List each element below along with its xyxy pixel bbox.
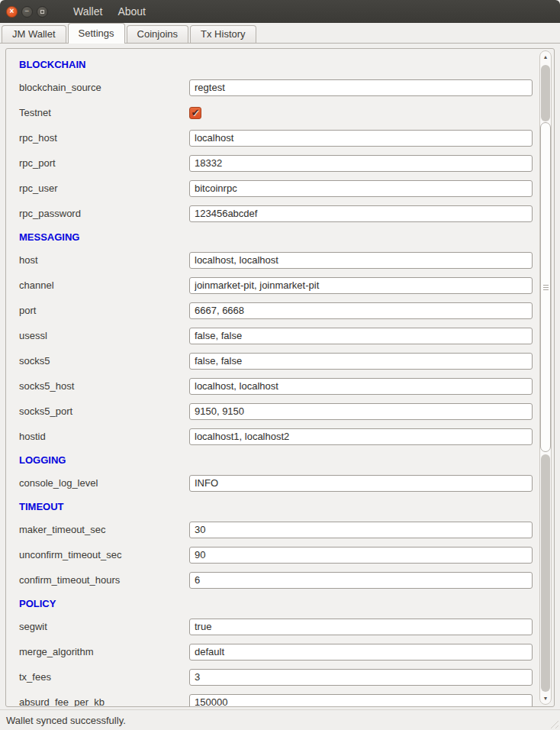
field-label: channel [19,279,189,291]
confirm-timeout-hours-input[interactable] [189,572,533,589]
field-label: socks5_host [19,380,189,392]
field-row-channel: channel [19,273,534,298]
tab-coinjoins[interactable]: Coinjoins [127,25,188,43]
port-input[interactable] [189,302,533,319]
maximize-button[interactable] [37,6,48,18]
field-row-rpc-port: rpc_port [19,150,534,176]
field-label: segwit [19,621,189,632]
titlebar: × − Wallet About [0,0,560,23]
field-row-host: host [19,247,534,273]
field-label: blockchain_source [19,82,189,93]
checkmark-icon: ✔ [191,107,200,118]
section-header-logging: LOGGING [19,454,534,468]
field-label: rpc_user [19,182,189,194]
field-label: usessl [19,330,189,341]
status-message: Wallet synced successfully. [6,715,126,726]
maker-timeout-sec-input[interactable] [189,522,533,538]
socks5-input[interactable] [189,353,533,370]
segwit-input[interactable] [189,619,533,635]
field-label: socks5_port [19,405,189,417]
minimize-icon: − [25,8,30,15]
field-row-rpc-password: rpc_password [19,201,534,226]
field-row-rpc-host: rpc_host [19,125,534,150]
maximize-icon [40,10,44,14]
scrollbar-grip-icon [543,285,549,286]
console-log-level-input[interactable] [189,475,533,492]
channel-input[interactable] [189,277,533,294]
field-row-socks5: socks5 [19,348,534,373]
field-row-maker-timeout-sec: maker_timeout_sec [19,517,534,542]
section-header-timeout: TIMEOUT [19,501,534,515]
tx-fees-input[interactable] [189,669,533,686]
section-header-blockchain: BLOCKCHAIN [19,59,534,73]
field-label: port [19,305,189,316]
settings-form: BLOCKCHAIN blockchain_source Testnet ✔ r… [6,49,534,707]
field-label: host [19,254,189,266]
field-row-hostid: hostid [19,424,534,449]
field-label: Testnet [19,107,189,118]
field-row-segwit: segwit [19,614,534,639]
scroll-up-arrow-icon[interactable]: ▴ [540,52,551,62]
field-label: console_log_level [19,477,189,489]
field-label: rpc_port [19,157,189,169]
field-label: unconfirm_timeout_sec [19,549,189,560]
field-row-tx-fees: tx_fees [19,664,534,690]
field-label: socks5 [19,355,189,367]
field-label: hostid [19,431,189,442]
field-row-usessl: usessl [19,323,534,348]
tab-tx-history[interactable]: Tx History [190,25,256,43]
tab-settings[interactable]: Settings [68,23,125,44]
hostid-input[interactable] [189,428,533,445]
field-row-merge-algorithm: merge_algorithm [19,639,534,664]
tab-jm-wallet[interactable]: JM Wallet [2,25,66,43]
field-row-port: port [19,298,534,323]
menubar: Wallet About [66,2,153,21]
rpc-host-input[interactable] [189,130,533,147]
close-button[interactable]: × [6,6,18,18]
rpc-port-input[interactable] [189,155,533,172]
field-row-socks5-port: socks5_port [19,399,534,424]
blockchain-source-input[interactable] [189,79,533,96]
field-label: rpc_password [19,208,189,219]
testnet-checkbox[interactable]: ✔ [189,107,201,119]
host-input[interactable] [189,252,533,269]
scroll-down-arrow-icon[interactable]: ▾ [540,693,551,703]
field-label: confirm_timeout_hours [19,574,189,586]
merge-algorithm-input[interactable] [189,644,533,661]
scrollbar-thumb[interactable] [540,122,551,452]
socks5-host-input[interactable] [189,378,533,395]
close-icon: × [10,8,14,15]
field-label: tx_fees [19,671,189,683]
scrollbar-groove-bottom[interactable] [541,454,550,692]
rpc-user-input[interactable] [189,180,533,197]
menu-about[interactable]: About [110,2,153,21]
field-label: merge_algorithm [19,646,189,657]
absurd-fee-per-kb-input[interactable] [189,694,533,708]
field-label: maker_timeout_sec [19,524,189,535]
settings-scroll-area: BLOCKCHAIN blockchain_source Testnet ✔ r… [5,48,555,707]
socks5-port-input[interactable] [189,403,533,420]
field-row-absurd-fee-per-kb: absurd_fee_per_kb [19,690,534,707]
section-header-messaging: MESSAGING [19,231,534,245]
rpc-password-input[interactable] [189,205,533,222]
menu-wallet[interactable]: Wallet [66,2,110,21]
field-label: rpc_host [19,132,189,144]
vertical-scrollbar[interactable]: ▴ ▾ [539,50,552,705]
field-row-unconfirm-timeout-sec: unconfirm_timeout_sec [19,542,534,567]
field-row-console-log-level: console_log_level [19,470,534,496]
field-row-blockchain-source: blockchain_source [19,75,534,100]
status-bar: Wallet synced successfully. [0,709,560,730]
field-label: absurd_fee_per_kb [19,696,189,707]
resize-grip[interactable] [549,719,558,728]
field-row-testnet: Testnet ✔ [19,100,534,125]
usessl-input[interactable] [189,328,533,344]
field-row-rpc-user: rpc_user [19,176,534,201]
scrollbar-groove-top[interactable] [541,65,550,121]
field-row-socks5-host: socks5_host [19,373,534,399]
tab-bar: JM Wallet Settings Coinjoins Tx History [0,23,560,44]
section-header-policy: POLICY [19,598,534,612]
field-row-confirm-timeout-hours: confirm_timeout_hours [19,567,534,593]
unconfirm-timeout-sec-input[interactable] [189,547,533,564]
minimize-button[interactable]: − [21,6,33,18]
